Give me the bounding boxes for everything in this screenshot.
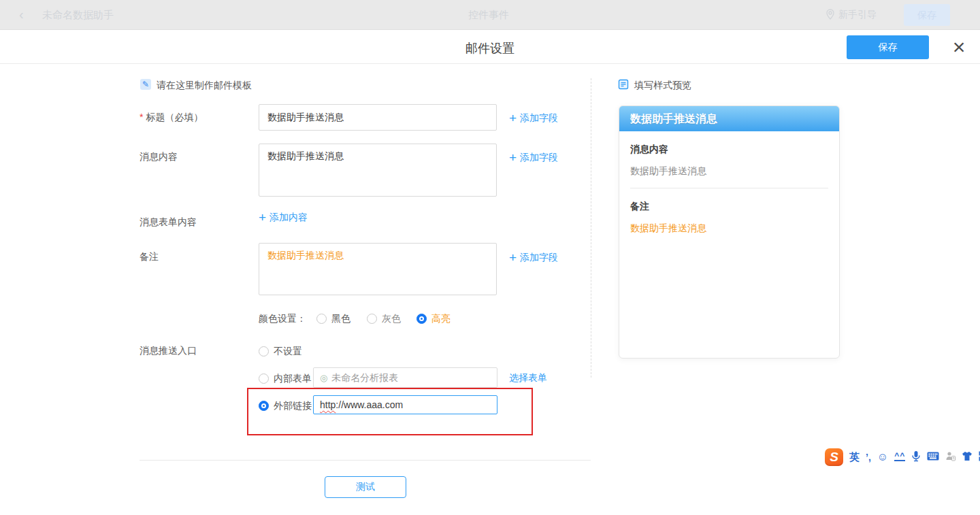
color-option-black[interactable]: 黑色 [316, 312, 350, 325]
red-highlight-annotation [247, 388, 533, 435]
app-title: 未命名数据助手 [42, 9, 114, 22]
radio-icon-selected[interactable] [416, 314, 427, 324]
test-button[interactable]: 测试 [325, 476, 406, 498]
plus-icon: + [509, 250, 517, 265]
title-input[interactable]: 数据助手推送消息 [259, 104, 497, 131]
required-asterisk: * [140, 112, 143, 122]
preview-content-value: 数据助手推送消息 [630, 165, 828, 178]
modal-title: 邮件设置 [0, 40, 980, 56]
save-button[interactable]: 保存 [847, 35, 929, 59]
preview-content-label: 消息内容 [630, 144, 828, 156]
remark-textarea[interactable]: 数据助手推送消息 [259, 243, 497, 295]
beginner-guide-link[interactable]: 新手引导 [838, 9, 877, 21]
plus-icon: + [259, 210, 266, 225]
plus-icon: + [509, 150, 517, 165]
add-field-link-title[interactable]: +添加字段 [509, 111, 558, 126]
color-option-grey[interactable]: 灰色 [367, 312, 401, 325]
form-content-label: 消息表单内容 [140, 216, 197, 229]
email-settings-screen: ‹ 未命名数据助手 控件事件 新手引导 保存 邮件设置 保存 × ✎ 请在这里制… [0, 0, 980, 515]
radio-icon[interactable] [259, 346, 269, 356]
entry-option-internal-form[interactable]: 内部表单 [259, 372, 312, 385]
preview-card: 数据助手推送消息 消息内容 数据助手推送消息 备注 数据助手推送消息 [619, 105, 840, 359]
preview-divider [630, 188, 828, 188]
title-field-label: *标题（必填） [140, 112, 203, 124]
internal-form-input[interactable]: ◎未命名分析报表 [313, 367, 497, 388]
template-hint: 请在这里制作邮件模板 [157, 80, 252, 92]
radio-icon[interactable] [259, 373, 269, 384]
radio-icon[interactable] [367, 314, 377, 324]
preview-doc-icon [618, 79, 629, 90]
horizontal-divider [140, 460, 591, 461]
kaomoji-icon[interactable]: ^^ [894, 453, 905, 461]
content-textarea[interactable]: 数据助手推送消息 [259, 144, 497, 197]
sogou-logo-icon[interactable]: S [825, 448, 843, 466]
preview-remark-value: 数据助手推送消息 [630, 222, 828, 235]
emoji-icon[interactable]: ☺ [877, 452, 888, 463]
color-option-highlight[interactable]: 高亮 [416, 312, 451, 325]
soft-keyboard-icon[interactable] [927, 451, 939, 463]
add-content-link[interactable]: +添加内容 [259, 210, 308, 225]
select-form-link[interactable]: 选择表单 [509, 372, 547, 384]
location-pin-icon [826, 9, 834, 22]
appbar-save-button[interactable]: 保存 [904, 4, 950, 26]
add-field-link-content[interactable]: +添加字段 [509, 150, 558, 165]
user-dict-icon[interactable] [945, 451, 956, 464]
content-field-label: 消息内容 [140, 151, 178, 163]
app-top-bar: ‹ 未命名数据助手 控件事件 新手引导 保存 [0, 0, 980, 30]
ime-mode-toggle[interactable]: 英 [849, 451, 860, 464]
tab-control-events[interactable]: 控件事件 [468, 9, 509, 22]
vertical-dashed-divider [591, 78, 591, 378]
add-field-link-remark[interactable]: +添加字段 [509, 250, 558, 265]
punctuation-icon[interactable]: ’, [866, 452, 871, 463]
plus-icon: + [509, 111, 517, 125]
preview-remark-label: 备注 [630, 201, 828, 213]
close-icon[interactable]: × [949, 34, 969, 60]
radio-icon[interactable] [316, 314, 327, 324]
preview-card-title: 数据助手推送消息 [619, 106, 839, 131]
skin-tshirt-icon[interactable] [962, 451, 973, 464]
color-setting-label: 颜色设置： [259, 313, 306, 325]
back-icon[interactable]: ‹ [19, 6, 24, 22]
remark-field-label: 备注 [140, 251, 159, 263]
push-entry-label: 消息推送入口 [140, 345, 197, 357]
form-circle-icon: ◎ [320, 373, 327, 383]
pencil-icon: ✎ [140, 79, 151, 90]
preview-heading: 填写样式预览 [634, 80, 691, 92]
microphone-icon[interactable] [911, 450, 921, 465]
ime-toolbar: S 英 ’, ☺ ^^ [825, 447, 980, 467]
entry-option-none[interactable]: 不设置 [259, 345, 302, 358]
